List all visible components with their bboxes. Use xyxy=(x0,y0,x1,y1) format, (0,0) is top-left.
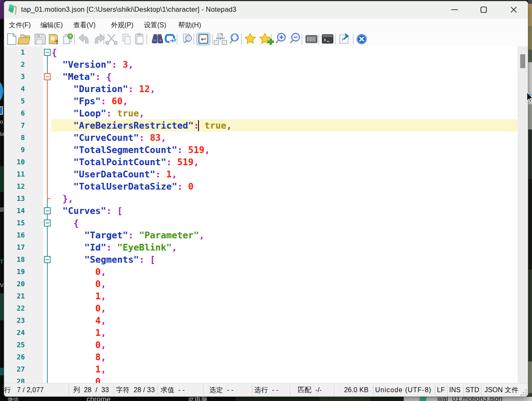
menu-settings[interactable]: 设置(S) xyxy=(144,18,166,32)
status-bar: 行 7 / 2,077 列 28 / 33 字符 28 / 33 求值 - - … xyxy=(4,383,528,397)
fold-margin xyxy=(43,46,52,383)
tb-wrap[interactable] xyxy=(197,33,210,45)
menu-file[interactable]: 文件(F) xyxy=(9,18,31,32)
tb-save xyxy=(35,34,45,44)
tb-exit xyxy=(357,34,367,44)
menu-edit[interactable]: 编辑(E) xyxy=(40,18,63,32)
menu-help[interactable]: 帮助(H) xyxy=(178,18,201,32)
desktop-left: o la 回 T V xyxy=(0,0,4,401)
tb-new xyxy=(8,34,16,45)
app-icon xyxy=(8,4,18,16)
tb-redo xyxy=(95,34,105,43)
editor: 1 2 3 4 5 6 7 8 9 10 11 12 13 14 15 16 1… xyxy=(4,46,528,383)
notepad3-screenshot: o la 回 T V 微信 chrome 此电脑 wal_01.motion3.… xyxy=(0,0,532,401)
btn-maximize[interactable] xyxy=(474,1,493,18)
tb-paste xyxy=(135,33,143,44)
tb-saveas xyxy=(49,34,58,45)
tb-fav xyxy=(245,34,256,44)
tb-schema xyxy=(214,34,227,45)
mouse-cursor xyxy=(525,92,532,104)
tb-pin xyxy=(340,33,349,43)
tb-zoomsel xyxy=(230,34,238,43)
tb-replace xyxy=(166,35,176,43)
tb-undo xyxy=(79,34,88,43)
tb-grep xyxy=(183,34,192,43)
tb-open xyxy=(18,35,30,44)
tb-cut xyxy=(106,34,117,44)
window: tap_01.motion3.json [C:\Users\shiki\Desk… xyxy=(4,1,528,397)
tb-zoomout xyxy=(291,33,300,43)
tb-keys xyxy=(306,35,317,43)
tb-console xyxy=(322,34,333,43)
tb-zoomin xyxy=(276,33,286,43)
tb-copy xyxy=(123,34,130,44)
scrollbar-thumb[interactable] xyxy=(520,54,525,68)
btn-close[interactable] xyxy=(504,1,523,18)
tb-find xyxy=(152,34,163,43)
title-bar: tap_01.motion3.json [C:\Users\shiki\Desk… xyxy=(4,1,528,18)
menu-bar: 文件(F) 编辑(E) 查看(V) 外观(P) 设置(S) 帮助(H) xyxy=(4,18,528,32)
menu-view[interactable]: 查看(V) xyxy=(73,18,95,32)
tb-savecopy xyxy=(64,34,73,44)
menu-appearance[interactable]: 外观(P) xyxy=(111,18,133,32)
code: { "Version": 3, "Meta": { "Duration": 12… xyxy=(52,46,232,388)
desktop-right xyxy=(528,0,532,401)
desktop-bottom: 微信 chrome 此电脑 wal_01.motion3.json xyxy=(0,397,532,401)
btn-minimize[interactable] xyxy=(445,1,464,18)
toolbar xyxy=(4,32,528,47)
